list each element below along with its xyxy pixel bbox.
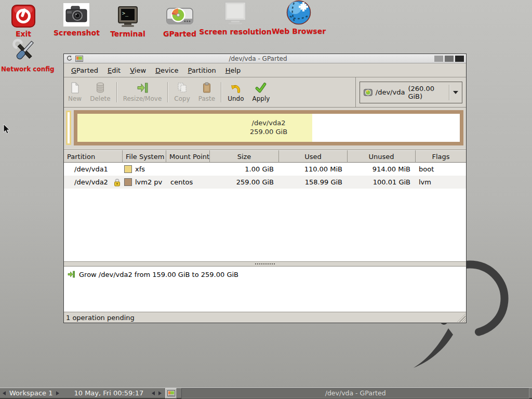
combo-separator	[449, 85, 450, 100]
resize-move-button[interactable]: Resize/Move	[119, 77, 166, 107]
new-partition-icon	[69, 82, 81, 94]
lock-icon	[114, 178, 121, 187]
filesystem-color-swatch	[124, 178, 132, 186]
desktop-icon-label: GParted	[159, 30, 201, 38]
minimize-button[interactable]	[434, 56, 443, 62]
filesystem-label: xfs	[135, 165, 145, 173]
operation-text: Grow /dev/vda2 from 159.00 GiB to 259.00…	[79, 271, 238, 278]
desktop-icon-screenshot[interactable]: Screenshot	[54, 2, 99, 37]
monitor-icon	[199, 1, 272, 25]
partition-visual-panel: /dev/vda2 259.00 GiB	[64, 108, 466, 150]
used-value: 110.00 MiB	[279, 163, 348, 176]
partition-name: /dev/vda2	[74, 178, 108, 186]
partition-bar-size: 259.00 GiB	[250, 128, 287, 137]
toolbar-separator	[167, 82, 168, 102]
taskbar-window-button[interactable]: /dev/vda - GParted	[181, 388, 529, 398]
chevron-down-icon	[453, 91, 458, 94]
apply-button[interactable]: Apply	[248, 77, 274, 107]
column-header-size[interactable]: Size	[210, 150, 279, 163]
table-row-vda1[interactable]: /dev/vda1 xfs 1.00 GiB 110.00 MiB 914.00…	[64, 163, 466, 176]
delete-button[interactable]: Delete	[86, 77, 114, 107]
device-selector-region: /dev/vda (260.00 GiB)	[355, 77, 466, 107]
operations-panel: Grow /dev/vda2 from 159.00 GiB to 259.00…	[64, 266, 466, 312]
disk-pie-icon	[159, 3, 201, 28]
paste-icon	[201, 82, 213, 94]
paste-button[interactable]: Paste	[194, 77, 219, 107]
window-title: /dev/vda - GParted	[83, 55, 433, 62]
pager-next-icon[interactable]	[158, 391, 162, 395]
column-header-partition[interactable]: Partition	[64, 150, 123, 163]
power-icon	[7, 3, 40, 28]
desktop-icon-label: Web Browser	[268, 27, 330, 35]
desktop-icon-terminal[interactable]: >_ Terminal	[107, 3, 149, 38]
device-size: (260.00 GiB)	[408, 85, 446, 100]
desktop-icon-exit[interactable]: Exit	[7, 3, 40, 38]
filesystem-label: lvm2 pv	[135, 178, 162, 186]
undo-icon	[230, 82, 242, 94]
table-header: Partition File System Mount Point Size U…	[64, 150, 466, 163]
toolbar-separator	[221, 82, 222, 102]
mouse-cursor	[3, 124, 11, 135]
workspace-prev-icon[interactable]	[3, 391, 6, 395]
partition-visual-vda1[interactable]	[66, 111, 71, 145]
desktop-icon-web-browser[interactable]: Web Browser	[268, 0, 330, 35]
column-header-flags[interactable]: Flags	[416, 150, 466, 163]
size-value: 1.00 GiB	[210, 163, 279, 176]
delete-partition-icon	[94, 82, 107, 94]
toolbar: New Delete Resize/Move Copy	[64, 77, 466, 108]
gparted-tray-icon[interactable]	[165, 388, 177, 398]
clock: 10 May, Fri 00:59:17	[74, 389, 143, 397]
unused-value: 100.01 GiB	[348, 176, 416, 189]
partition-bar-name: /dev/vda2	[252, 119, 286, 128]
mount-point: centos	[166, 176, 210, 189]
menu-help[interactable]: Help	[221, 64, 246, 76]
partition-visual-vda2[interactable]: /dev/vda2 259.00 GiB	[74, 110, 463, 145]
device-path: /dev/vda	[376, 88, 405, 96]
table-row-vda2[interactable]: /dev/vda2 lvm2 pv centos 259.00 GiB 158.…	[64, 176, 466, 189]
copy-icon	[176, 82, 189, 94]
globe-icon	[268, 0, 330, 25]
new-button[interactable]: New	[64, 77, 86, 107]
menu-device[interactable]: Device	[151, 64, 183, 76]
titlebar[interactable]: /dev/vda - GParted	[64, 54, 466, 63]
statusbar: 1 operation pending	[64, 312, 466, 323]
partition-table: Partition File System Mount Point Size U…	[64, 150, 466, 261]
menu-edit[interactable]: Edit	[103, 64, 125, 76]
desktop-icon-screen-resolution[interactable]: Screen resolution	[199, 1, 272, 36]
unused-value: 914.00 MiB	[348, 163, 416, 176]
terminal-icon: >_	[107, 3, 149, 28]
menubar: GParted Edit View Device Partition Help	[64, 63, 466, 77]
menu-gparted[interactable]: GParted	[66, 64, 103, 76]
resize-grip[interactable]	[457, 314, 466, 322]
grow-operation-icon	[67, 270, 75, 278]
filesystem-color-swatch	[124, 165, 132, 173]
column-header-used[interactable]: Used	[279, 150, 348, 163]
desktop-icon-label: Terminal	[107, 30, 149, 38]
used-value: 158.99 GiB	[279, 176, 348, 189]
workspace-next-icon[interactable]	[56, 391, 59, 395]
maximize-button[interactable]	[445, 56, 454, 62]
pager-prev-icon[interactable]	[152, 391, 155, 395]
menu-partition[interactable]: Partition	[183, 64, 221, 76]
desktop-icon-gparted[interactable]: GParted	[159, 3, 201, 38]
gparted-window: /dev/vda - GParted GParted Edit View Dev…	[63, 54, 467, 323]
apply-checkmark-icon	[255, 82, 267, 94]
desktop-icon-network-config[interactable]: Network config	[1, 38, 48, 73]
camera-icon	[54, 2, 99, 26]
desktop-icon-label: Network config	[1, 65, 48, 73]
flags-value: lvm	[416, 176, 466, 189]
pane-splitter[interactable]	[64, 261, 466, 266]
column-header-unused[interactable]: Unused	[348, 150, 416, 163]
device-selector[interactable]: /dev/vda (260.00 GiB)	[360, 82, 462, 103]
column-header-mountpoint[interactable]: Mount Point	[166, 150, 210, 163]
copy-button[interactable]: Copy	[170, 77, 194, 107]
desktop-icon-label: Exit	[7, 30, 40, 38]
svg-text:>_: >_	[122, 10, 129, 17]
size-value: 259.00 GiB	[210, 176, 279, 189]
menu-view[interactable]: View	[125, 64, 151, 76]
undo-button[interactable]: Undo	[223, 77, 248, 107]
operation-item: Grow /dev/vda2 from 159.00 GiB to 259.00…	[67, 270, 463, 278]
close-button[interactable]	[455, 56, 464, 62]
column-header-filesystem[interactable]: File System	[123, 150, 166, 163]
window-app-icon	[75, 56, 83, 62]
